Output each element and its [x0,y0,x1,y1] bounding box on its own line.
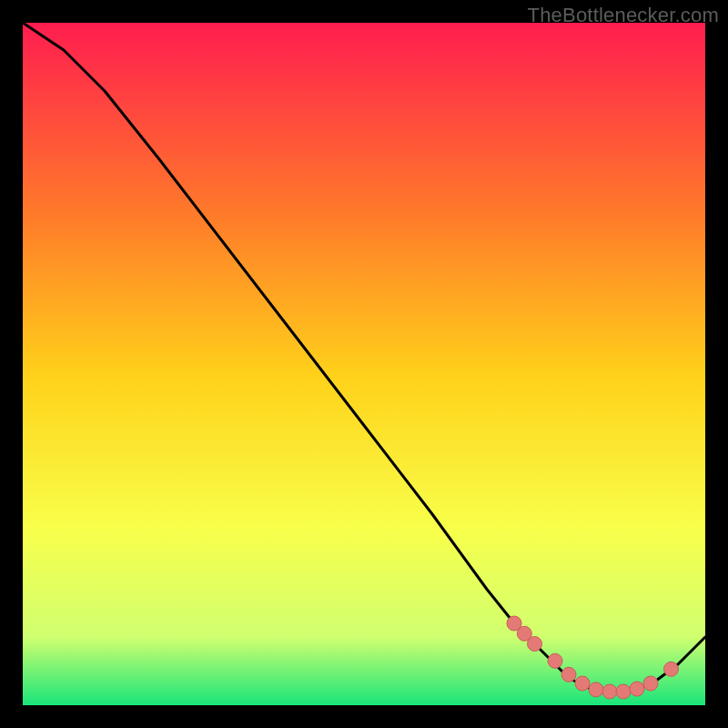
curve-marker [602,684,617,699]
chart-svg [23,23,705,705]
curve-marker [643,676,658,691]
plot-area [23,23,705,705]
curve-marker [589,682,603,697]
chart-stage: TheBottlenecker.com [0,0,728,728]
curve-marker [630,682,644,696]
curve-marker [664,662,679,676]
curve-marker [575,676,590,691]
curve-marker [528,637,542,652]
curve-marker [548,653,562,668]
curve-marker [616,684,631,699]
curve-marker [561,667,576,682]
gradient-background [23,23,705,705]
